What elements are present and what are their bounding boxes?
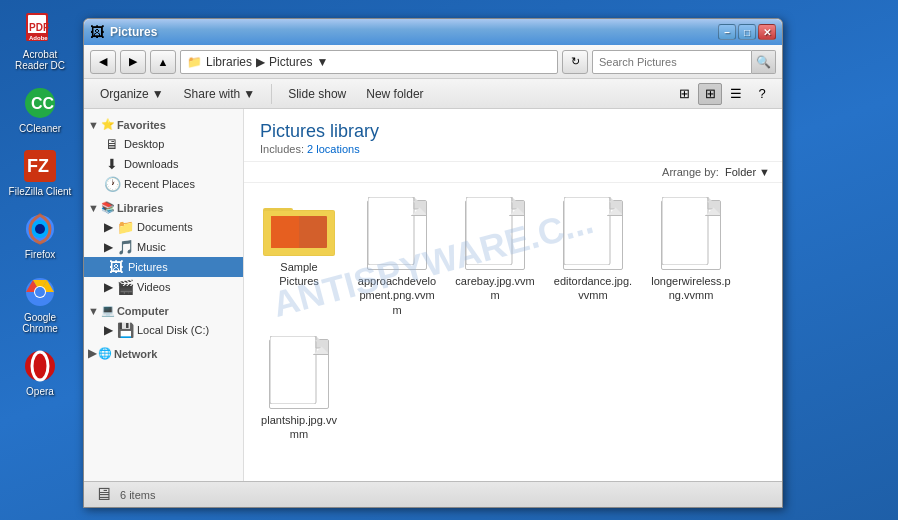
file-item-editordance[interactable]: editordance.jpg.vvmm [548, 193, 638, 324]
nav-local-disk[interactable]: ▶ 💾 Local Disk (C:) [84, 320, 243, 340]
back-button[interactable]: ◀ [90, 50, 116, 74]
desktop-icon-chrome[interactable]: Google Chrome [4, 271, 76, 337]
file-area: Pictures library Includes: 2 locations A… [244, 109, 782, 481]
slideshow-label: Slide show [288, 87, 346, 101]
disk-expand: ▶ [104, 323, 113, 337]
arrange-dropdown[interactable]: Folder ▼ [725, 166, 770, 178]
organize-arrow: ▼ [152, 87, 164, 101]
music-icon: 🎵 [117, 239, 133, 255]
share-label: Share with [184, 87, 241, 101]
computer-icon: 💻 [101, 304, 115, 317]
nav-libraries-header[interactable]: ▼ 📚 Libraries [84, 198, 243, 217]
svg-point-14 [35, 287, 45, 297]
window-icon: 🖼 [90, 24, 106, 40]
desktop-icon-filezilla[interactable]: FZ FileZilla Client [4, 145, 76, 200]
documents-icon: 📁 [117, 219, 133, 235]
editordance-label: editordance.jpg.vvmm [553, 274, 633, 303]
nav-videos[interactable]: ▶ 🎬 Videos [84, 277, 243, 297]
desktop-icon-ccleaner[interactable]: CC CCleaner [4, 82, 76, 137]
desktop-icon-firefox[interactable]: Firefox [4, 208, 76, 263]
view-tiles-button[interactable]: ⊞ [698, 83, 722, 105]
nav-recent-label: Recent Places [124, 178, 195, 190]
library-header: Pictures library Includes: 2 locations [244, 109, 782, 162]
search-button[interactable]: 🔍 [752, 50, 776, 74]
help-button[interactable]: ? [750, 83, 774, 105]
nav-documents[interactable]: ▶ 📁 Documents [84, 217, 243, 237]
nav-favorites-section: ▼ ⭐ Favorites 🖥 Desktop ⬇ Downloads 🕐 [84, 115, 243, 194]
window-controls: – □ ✕ [718, 24, 776, 40]
address-path[interactable]: 📁 Libraries ▶ Pictures ▼ [180, 50, 558, 74]
network-expand: ▶ [88, 347, 96, 360]
nav-favorites-header[interactable]: ▼ ⭐ Favorites [84, 115, 243, 134]
nav-desktop[interactable]: 🖥 Desktop [84, 134, 243, 154]
network-label: Network [114, 348, 157, 360]
recent-places-icon: 🕐 [104, 176, 120, 192]
title-bar: 🖼 Pictures – □ ✕ [84, 19, 782, 45]
search-box: 🔍 [592, 50, 776, 74]
nav-network-header[interactable]: ▶ 🌐 Network [84, 344, 243, 363]
file-item-carebay[interactable]: carebay.jpg.vvmm [450, 193, 540, 324]
ccleaner-icon: CC [22, 85, 58, 121]
close-button[interactable]: ✕ [758, 24, 776, 40]
share-arrow: ▼ [243, 87, 255, 101]
sample-pictures-label: Sample Pictures [259, 260, 339, 289]
file-item-longerwireless[interactable]: longerwireless.png.vvmm [646, 193, 736, 324]
window-title: Pictures [110, 25, 714, 39]
nav-downloads[interactable]: ⬇ Downloads [84, 154, 243, 174]
desktop-icon-opera[interactable]: Opera [4, 345, 76, 400]
downloads-nav-icon: ⬇ [104, 156, 120, 172]
nav-music-label: Music [137, 241, 166, 253]
plantship-file-icon [269, 339, 329, 409]
file-item-plantship[interactable]: plantship.jpg.vvmm [254, 332, 344, 449]
file-item-approach[interactable]: approachdevelopment.png.vvmm [352, 193, 442, 324]
nav-pictures[interactable]: 🖼 Pictures [84, 257, 243, 277]
toolbar-right: ⊞ ⊞ ☰ ? [672, 83, 774, 105]
nav-downloads-label: Downloads [124, 158, 178, 170]
new-folder-button[interactable]: New folder [358, 82, 431, 106]
longerwireless-file-icon [661, 200, 721, 270]
videos-expand: ▶ [104, 280, 113, 294]
up-button[interactable]: ▲ [150, 50, 176, 74]
status-item-count: 6 items [120, 489, 155, 501]
music-expand: ▶ [104, 240, 113, 254]
svg-text:CC: CC [31, 95, 55, 112]
svg-text:PDF: PDF [29, 22, 49, 33]
nav-network-section: ▶ 🌐 Network [84, 344, 243, 363]
view-list-button[interactable]: ☰ [724, 83, 748, 105]
view-extra-button[interactable]: ⊞ [672, 83, 696, 105]
documents-expand: ▶ [104, 220, 113, 234]
computer-label: Computer [117, 305, 169, 317]
nav-music[interactable]: ▶ 🎵 Music [84, 237, 243, 257]
organize-button[interactable]: Organize ▼ [92, 82, 172, 106]
nav-pane: ▼ ⭐ Favorites 🖥 Desktop ⬇ Downloads 🕐 [84, 109, 244, 481]
firefox-label: Firefox [25, 249, 56, 260]
nav-recent-places[interactable]: 🕐 Recent Places [84, 174, 243, 194]
toolbar: Organize ▼ Share with ▼ Slide show New f… [84, 79, 782, 109]
share-button[interactable]: Share with ▼ [176, 82, 264, 106]
organize-label: Organize [100, 87, 149, 101]
nav-libraries-section: ▼ 📚 Libraries ▶ 📁 Documents ▶ 🎵 Music [84, 198, 243, 297]
svg-rect-23 [466, 197, 512, 265]
explorer-window: 🖼 Pictures – □ ✕ ◀ ▶ ▲ 📁 Libraries ▶ Pic… [83, 18, 783, 508]
disk-icon: 💾 [117, 322, 133, 338]
locations-link[interactable]: 2 locations [307, 143, 360, 155]
file-item-sample-pictures[interactable]: Sample Pictures [254, 193, 344, 324]
arrange-arrow: ▼ [759, 166, 770, 178]
favorites-label: Favorites [117, 119, 166, 131]
toolbar-separator-1 [271, 84, 272, 104]
firefox-icon [22, 211, 58, 247]
slideshow-button[interactable]: Slide show [280, 82, 354, 106]
minimize-button[interactable]: – [718, 24, 736, 40]
network-icon: 🌐 [98, 347, 112, 360]
maximize-button[interactable]: □ [738, 24, 756, 40]
status-bar: 🖥 6 items [84, 481, 782, 507]
nav-computer-header[interactable]: ▼ 💻 Computer [84, 301, 243, 320]
status-computer-icon: 🖥 [94, 484, 112, 505]
refresh-button[interactable]: ↻ [562, 50, 588, 74]
forward-button[interactable]: ▶ [120, 50, 146, 74]
address-folder-icon: 📁 [187, 55, 202, 69]
search-input[interactable] [592, 50, 752, 74]
libraries-expand-icon: ▼ [88, 202, 99, 214]
desktop-icon-acrobat[interactable]: PDF Adobe Acrobat Reader DC [4, 8, 76, 74]
chrome-label: Google Chrome [7, 312, 73, 334]
